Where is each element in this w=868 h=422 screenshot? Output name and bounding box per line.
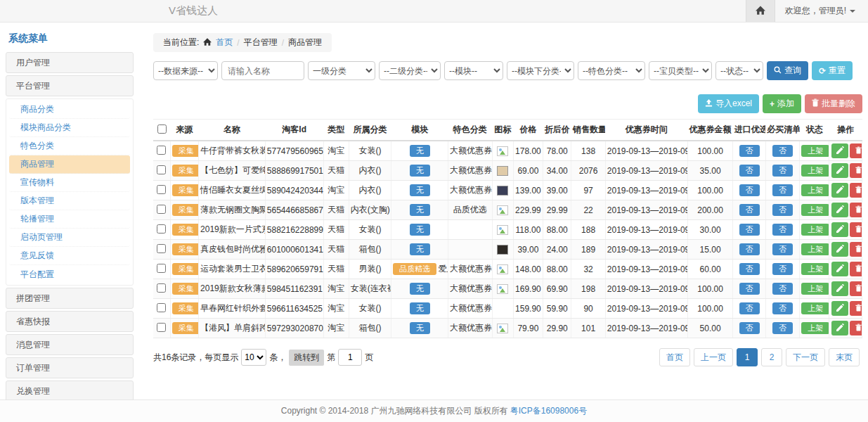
icp-link[interactable]: 粤ICP备16098006号 (510, 405, 587, 417)
sidebar-item[interactable]: 启动页管理 (9, 229, 130, 247)
breadcrumb-home-link[interactable]: 首页 (216, 37, 233, 49)
item-type-select[interactable]: --宝贝类型-- (649, 61, 712, 80)
sidebar-section[interactable]: 消息管理 (6, 334, 134, 355)
status-badge[interactable]: 上架 (801, 283, 829, 295)
delete-button[interactable] (850, 163, 862, 178)
feature-category-select[interactable]: --特色分类-- (578, 61, 645, 80)
edit-button[interactable] (831, 183, 848, 198)
import-select-toggle[interactable]: 否 (739, 302, 760, 314)
module-select[interactable]: --模块-- (444, 61, 503, 80)
select-all-checkbox[interactable] (157, 124, 167, 134)
import-excel-button[interactable]: 导入excel (698, 94, 759, 113)
edit-button[interactable] (831, 301, 848, 316)
status-badge[interactable]: 上架 (801, 184, 829, 196)
status-badge[interactable]: 上架 (801, 322, 829, 334)
row-checkbox[interactable] (157, 224, 166, 234)
status-badge[interactable]: 上架 (801, 204, 829, 216)
delete-button[interactable] (850, 203, 862, 217)
row-checkbox[interactable] (157, 165, 166, 174)
reset-button[interactable]: ⟳ 重置 (812, 61, 853, 80)
must-buy-toggle[interactable]: 否 (772, 322, 793, 334)
sidebar-item[interactable]: 商品管理 (9, 155, 130, 174)
delete-button[interactable] (850, 281, 862, 296)
batch-delete-button[interactable]: 批量删除 (805, 94, 862, 113)
edit-button[interactable] (831, 203, 848, 217)
must-buy-toggle[interactable]: 否 (772, 283, 793, 295)
status-badge[interactable]: 上架 (801, 243, 829, 255)
status-select[interactable]: --状态-- (715, 61, 763, 80)
first-page-button[interactable]: 首页 (659, 348, 690, 366)
edit-button[interactable] (831, 143, 848, 158)
must-buy-toggle[interactable]: 否 (772, 224, 793, 236)
import-select-toggle[interactable]: 否 (739, 184, 760, 196)
page-number-button[interactable]: 2 (761, 348, 782, 366)
import-select-toggle[interactable]: 否 (739, 283, 760, 295)
category2-select[interactable]: --二级分类-- (379, 61, 441, 80)
sidebar-item[interactable]: 轮播管理 (9, 210, 130, 229)
status-badge[interactable]: 上架 (801, 302, 829, 314)
edit-button[interactable] (831, 281, 848, 296)
must-buy-toggle[interactable]: 否 (772, 302, 793, 314)
edit-button[interactable] (831, 163, 848, 178)
sidebar-item[interactable]: 特色分类 (9, 137, 130, 155)
edit-button[interactable] (831, 321, 848, 335)
jump-to-button[interactable]: 跳转到 (289, 350, 324, 366)
name-search-input[interactable] (221, 61, 304, 80)
user-menu[interactable]: 欢迎您，管理员! (775, 5, 868, 17)
page-number-input[interactable] (338, 349, 362, 366)
sidebar-item[interactable]: 版本管理 (9, 192, 130, 210)
sidebar-item[interactable]: 商品分类 (9, 101, 130, 119)
delete-button[interactable] (850, 242, 862, 257)
sidebar-item[interactable]: 宣传物料 (9, 174, 130, 192)
prev-page-button[interactable]: 上一页 (694, 348, 733, 366)
row-checkbox[interactable] (157, 303, 166, 312)
import-select-toggle[interactable]: 否 (739, 243, 760, 255)
sidebar-section[interactable]: 拼团管理 (6, 288, 134, 309)
row-checkbox[interactable] (157, 264, 166, 273)
must-buy-toggle[interactable]: 否 (772, 184, 793, 196)
next-page-button[interactable]: 下一页 (786, 348, 825, 366)
must-buy-toggle[interactable]: 否 (772, 243, 793, 255)
sidebar-item[interactable]: 意见反馈 (9, 247, 130, 265)
must-buy-toggle[interactable]: 否 (772, 204, 793, 216)
delete-button[interactable] (850, 222, 862, 237)
status-badge[interactable]: 上架 (801, 263, 829, 275)
import-select-toggle[interactable]: 否 (739, 145, 760, 157)
edit-button[interactable] (831, 242, 848, 257)
add-button[interactable]: + 添加 (763, 94, 801, 113)
edit-button[interactable] (831, 222, 848, 237)
import-select-toggle[interactable]: 否 (739, 224, 760, 236)
module-subcategory-select[interactable]: --模块下分类-- (507, 61, 574, 80)
must-buy-toggle[interactable]: 否 (772, 165, 793, 177)
row-checkbox[interactable] (157, 146, 166, 155)
status-badge[interactable]: 上架 (801, 165, 829, 177)
status-badge[interactable]: 上架 (801, 145, 829, 157)
sidebar-section[interactable]: 兑换管理 (6, 381, 134, 399)
must-buy-toggle[interactable]: 否 (772, 145, 793, 157)
row-checkbox[interactable] (157, 205, 166, 214)
last-page-button[interactable]: 末页 (829, 348, 860, 366)
delete-button[interactable] (850, 301, 862, 316)
delete-button[interactable] (850, 262, 862, 276)
delete-button[interactable] (850, 183, 862, 198)
status-badge[interactable]: 上架 (801, 224, 829, 236)
edit-button[interactable] (831, 262, 848, 276)
row-checkbox[interactable] (157, 185, 166, 194)
sidebar-item[interactable]: 模块商品分类 (9, 119, 130, 137)
home-button[interactable] (746, 0, 775, 22)
import-select-toggle[interactable]: 否 (739, 204, 760, 216)
delete-button[interactable] (850, 321, 862, 335)
import-select-toggle[interactable]: 否 (739, 263, 760, 275)
sidebar-section[interactable]: 平台管理 (6, 75, 134, 96)
page-number-button[interactable]: 1 (737, 348, 758, 366)
delete-button[interactable] (850, 143, 862, 158)
import-select-toggle[interactable]: 否 (739, 322, 760, 334)
category1-select[interactable]: 一级分类 (308, 61, 375, 80)
import-select-toggle[interactable]: 否 (739, 165, 760, 177)
must-buy-toggle[interactable]: 否 (772, 263, 793, 275)
search-button[interactable]: 查询 (767, 61, 808, 80)
per-page-select[interactable]: 10 (241, 349, 266, 366)
row-checkbox[interactable] (157, 323, 166, 332)
row-checkbox[interactable] (157, 244, 166, 253)
sidebar-item[interactable]: 平台配置 (9, 265, 130, 283)
